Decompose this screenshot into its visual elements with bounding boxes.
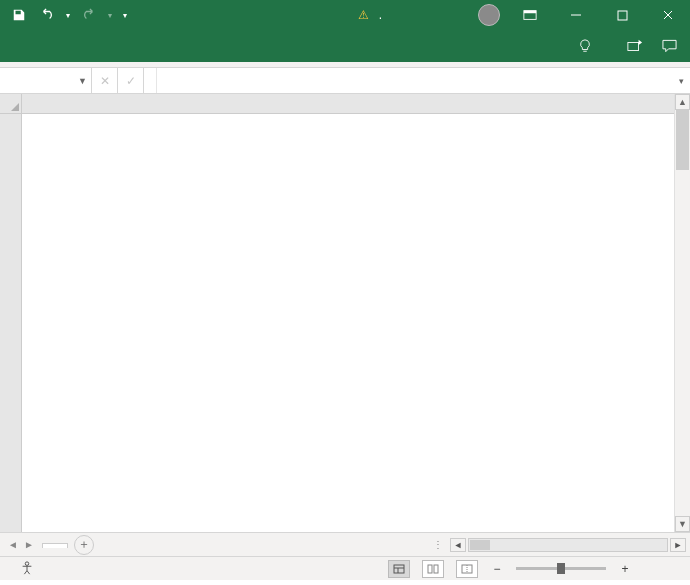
- title-bar: ▾ ▾ ▾ ⚠ .: [0, 0, 690, 30]
- close-icon[interactable]: [646, 0, 690, 30]
- formula-bar: ▼ ✕ ✓ ▾: [0, 68, 690, 94]
- cells-area[interactable]: [22, 114, 690, 532]
- share-icon[interactable]: [622, 33, 648, 59]
- sheet-tab-bar: ◄ ► ＋ ⋮ ◄ ►: [0, 532, 690, 556]
- page-layout-view-icon[interactable]: [422, 560, 444, 578]
- scroll-up-icon[interactable]: ▲: [675, 94, 690, 110]
- cancel-formula-icon: ✕: [92, 68, 118, 93]
- horizontal-scroll-track[interactable]: [468, 538, 668, 552]
- name-box[interactable]: ▼: [0, 68, 92, 93]
- name-box-dropdown-icon[interactable]: ▼: [78, 76, 87, 86]
- name-box-input[interactable]: [6, 74, 68, 88]
- minimize-icon[interactable]: [554, 0, 598, 30]
- vertical-scrollbar[interactable]: ▲ ▼: [674, 94, 690, 532]
- svg-point-8: [25, 562, 29, 566]
- select-all-button[interactable]: [0, 94, 22, 114]
- lightbulb-icon[interactable]: [572, 33, 598, 59]
- window-title: ⚠ .: [308, 8, 382, 22]
- svg-rect-3: [618, 11, 627, 20]
- zoom-slider[interactable]: [516, 567, 606, 570]
- scroll-down-icon[interactable]: ▼: [675, 516, 690, 532]
- undo-icon[interactable]: [34, 2, 60, 28]
- ribbon-tabs: [0, 30, 690, 62]
- maximize-icon[interactable]: [600, 0, 644, 30]
- row-headers: [0, 114, 22, 532]
- svg-rect-13: [434, 565, 438, 573]
- status-bar: − +: [0, 556, 690, 580]
- horizontal-scrollbar[interactable]: ⋮ ◄ ►: [429, 538, 690, 552]
- sheet-nav[interactable]: ◄ ►: [0, 539, 42, 550]
- zoom-in-button[interactable]: +: [618, 562, 632, 576]
- normal-view-icon[interactable]: [388, 560, 410, 578]
- add-sheet-button[interactable]: ＋: [74, 535, 94, 555]
- undo-dropdown-icon[interactable]: ▾: [62, 2, 74, 28]
- worksheet-grid[interactable]: [0, 94, 690, 532]
- save-icon[interactable]: [6, 2, 32, 28]
- svg-rect-1: [524, 11, 536, 14]
- scroll-right-icon[interactable]: ►: [670, 538, 686, 552]
- fx-icon[interactable]: [144, 68, 157, 93]
- user-avatar[interactable]: [478, 4, 500, 26]
- svg-rect-7: [628, 42, 639, 50]
- enter-formula-icon: ✓: [118, 68, 144, 93]
- horizontal-scroll-thumb[interactable]: [470, 540, 490, 550]
- sheet-nav-next-icon[interactable]: ►: [24, 539, 34, 550]
- svg-rect-12: [428, 565, 432, 573]
- tab-scroll-split-icon[interactable]: ⋮: [429, 539, 448, 550]
- page-break-view-icon[interactable]: [456, 560, 478, 578]
- warning-icon: ⚠: [358, 8, 369, 22]
- vertical-scroll-thumb[interactable]: [676, 110, 689, 170]
- formula-bar-expand-icon[interactable]: ▾: [672, 68, 690, 93]
- warning-dot: .: [373, 8, 382, 22]
- redo-dropdown-icon[interactable]: ▾: [104, 2, 116, 28]
- column-headers: [22, 94, 690, 114]
- sheet-tab-active[interactable]: [42, 543, 68, 548]
- quick-access-toolbar: ▾ ▾ ▾: [0, 2, 132, 28]
- comments-icon[interactable]: [656, 33, 682, 59]
- svg-rect-9: [394, 565, 404, 573]
- qat-customize-icon[interactable]: ▾: [118, 2, 132, 28]
- ribbon-display-options-icon[interactable]: [508, 0, 552, 30]
- formula-input[interactable]: [157, 68, 672, 93]
- zoom-out-button[interactable]: −: [490, 562, 504, 576]
- redo-icon[interactable]: [76, 2, 102, 28]
- sheet-nav-prev-icon[interactable]: ◄: [8, 539, 18, 550]
- accessibility-status[interactable]: [20, 561, 34, 576]
- scroll-left-icon[interactable]: ◄: [450, 538, 466, 552]
